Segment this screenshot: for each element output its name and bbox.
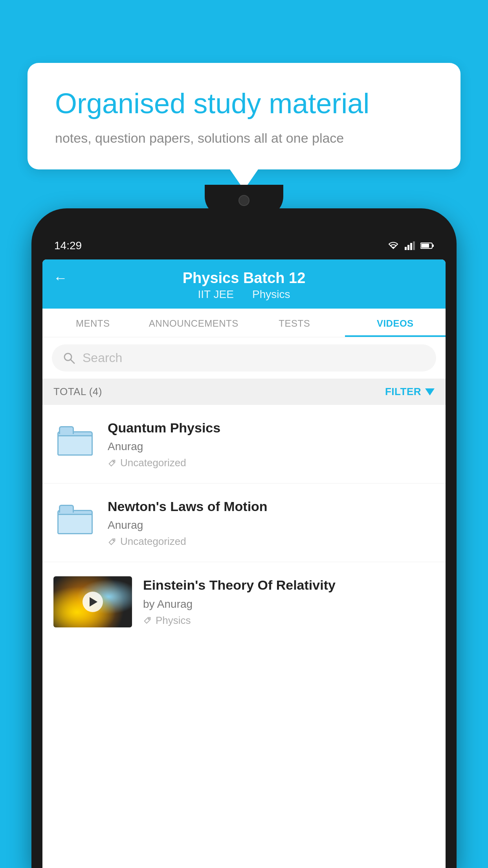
video-info: Einstein's Theory Of Relativity by Anura… <box>143 576 435 626</box>
battery-icon <box>420 242 434 249</box>
svg-rect-0 <box>405 247 407 250</box>
subtitle-physics: Physics <box>252 288 290 300</box>
tab-tests[interactable]: TESTS <box>244 309 345 337</box>
search-icon <box>63 352 75 364</box>
svg-point-11 <box>148 618 149 620</box>
total-count: TOTAL (4) <box>53 386 102 398</box>
svg-point-9 <box>113 461 114 462</box>
header-subtitle: IIT JEE Physics <box>195 288 294 301</box>
phone-time: 14:29 <box>54 239 82 252</box>
video-tag: Uncategorized <box>108 535 435 548</box>
bubble-title: Organised study material <box>55 86 433 120</box>
tag-icon <box>143 616 152 625</box>
subtitle-iit: IIT JEE <box>198 288 234 300</box>
tab-videos[interactable]: VIDEOS <box>345 309 446 337</box>
wifi-icon <box>387 241 399 250</box>
speech-bubble: Organised study material notes, question… <box>28 63 460 169</box>
video-info: Newton's Laws of Motion Anurag Uncategor… <box>108 498 435 548</box>
tab-ments[interactable]: MENTS <box>42 309 143 337</box>
search-container: Search <box>42 337 446 379</box>
video-info: Quantum Physics Anurag Uncategorized <box>108 419 435 469</box>
list-item[interactable]: Einstein's Theory Of Relativity by Anura… <box>42 562 446 627</box>
bubble-subtitle: notes, question papers, solutions all at… <box>55 129 433 148</box>
filter-button[interactable]: FILTER <box>385 386 435 398</box>
play-icon <box>90 597 97 607</box>
status-icons <box>387 241 434 250</box>
video-title: Newton's Laws of Motion <box>108 498 435 515</box>
phone-wrapper: 14:29 <box>31 208 457 868</box>
notch <box>205 185 283 216</box>
filter-label: FILTER <box>385 386 421 398</box>
phone-screen: ← Physics Batch 12 IIT JEE Physics MENTS… <box>42 259 446 868</box>
video-thumb <box>53 498 97 541</box>
phone: 14:29 <box>31 208 457 868</box>
camera <box>238 195 250 206</box>
svg-rect-2 <box>410 243 412 250</box>
svg-rect-6 <box>421 244 429 248</box>
back-button[interactable]: ← <box>53 270 68 286</box>
svg-point-10 <box>113 540 114 541</box>
video-title: Quantum Physics <box>108 419 435 436</box>
filter-bar: TOTAL (4) FILTER <box>42 379 446 405</box>
video-thumb <box>53 419 97 462</box>
tag-label: Uncategorized <box>120 457 186 469</box>
tabs-bar: MENTS ANNOUNCEMENTS TESTS VIDEOS <box>42 309 446 337</box>
svg-rect-1 <box>407 245 409 250</box>
app-header: ← Physics Batch 12 IIT JEE Physics <box>42 259 446 309</box>
video-author: Anurag <box>108 440 435 453</box>
list-item[interactable]: Quantum Physics Anurag Uncategorized <box>42 405 446 484</box>
video-author: by Anurag <box>143 598 435 611</box>
video-tag: Physics <box>143 614 435 627</box>
video-list: Quantum Physics Anurag Uncategorized <box>42 405 446 627</box>
svg-rect-3 <box>413 241 415 250</box>
video-tag: Uncategorized <box>108 457 435 469</box>
filter-icon <box>425 388 435 395</box>
svg-rect-5 <box>432 245 434 247</box>
tag-label: Physics <box>156 614 191 627</box>
header-title: Physics Batch 12 <box>183 270 306 287</box>
status-bar: 14:29 <box>42 232 446 259</box>
folder-icon <box>57 426 93 456</box>
search-placeholder: Search <box>83 351 122 365</box>
folder-icon <box>57 505 93 534</box>
tag-label: Uncategorized <box>120 535 186 548</box>
svg-line-8 <box>70 359 74 363</box>
tag-icon <box>108 537 116 546</box>
list-item[interactable]: Newton's Laws of Motion Anurag Uncategor… <box>42 484 446 562</box>
search-bar[interactable]: Search <box>52 344 436 371</box>
signal-icon <box>405 241 415 250</box>
tag-icon <box>108 459 116 467</box>
tab-announcements[interactable]: ANNOUNCEMENTS <box>143 309 244 337</box>
play-button[interactable] <box>83 592 103 612</box>
video-thumbnail <box>53 576 132 627</box>
video-author: Anurag <box>108 519 435 531</box>
video-title: Einstein's Theory Of Relativity <box>143 576 435 594</box>
